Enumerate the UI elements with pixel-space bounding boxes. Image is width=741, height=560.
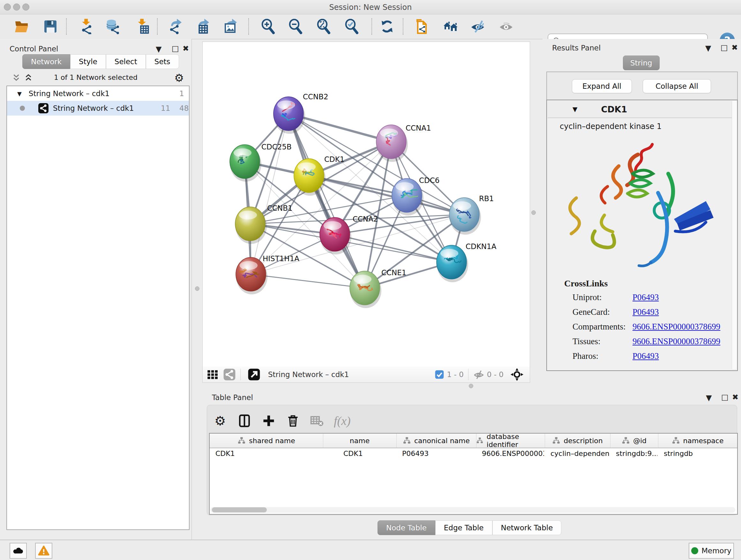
network-canvas[interactable]: CCNB2CCNA1CDC25BCDK1CDC6RB1CCNB1CCNA2CDK…: [202, 42, 530, 367]
show-graphics-details-icon[interactable]: [498, 19, 514, 34]
control-panel-close-button[interactable]: ✖: [183, 44, 189, 53]
table-header-row: shared namenamecanonical namedatabase id…: [210, 434, 737, 448]
node-label-ccnb2: CCNB2: [303, 92, 328, 101]
cloud-button[interactable]: [10, 543, 27, 559]
network-grid-view-icon[interactable]: [206, 368, 219, 381]
tab-network[interactable]: Network: [22, 54, 70, 69]
crosslink-value-link[interactable]: 9606.ENSP00000378699: [632, 336, 720, 347]
tab-edge-table[interactable]: Edge Table: [435, 520, 492, 535]
table-cell-description[interactable]: cyclin–dependent ...: [550, 449, 610, 457]
right-splitter-handle[interactable]: [531, 210, 536, 215]
table-panel-maximize-button[interactable]: □: [721, 393, 729, 401]
network-selection-status: 1 of 1 Network selected: [0, 73, 192, 81]
column-header-description[interactable]: description: [545, 434, 610, 448]
zoom-selected-icon[interactable]: [344, 19, 359, 34]
table-panel-close-button[interactable]: ✖: [732, 393, 738, 401]
left-splitter-handle[interactable]: [195, 287, 199, 291]
open-in-new-window-icon[interactable]: [248, 368, 260, 381]
zoom-fit-content-icon[interactable]: [316, 19, 331, 34]
fit-selected-crosshair-icon[interactable]: [510, 368, 524, 381]
crosslink-label: Uniprot:: [572, 293, 602, 302]
cytoscape-window: Session: New Session ? Control Panel ▼ □…: [0, 0, 741, 560]
collapse-all-button[interactable]: Collapse All: [643, 79, 711, 93]
hidden-elements-icon: [473, 369, 484, 380]
expand-all-button[interactable]: Expand All: [572, 79, 632, 93]
column-header-database-identifier[interactable]: database identifier: [476, 434, 545, 448]
network-node-ccne1[interactable]: [350, 271, 381, 308]
apply-preferred-layout-icon[interactable]: [380, 19, 395, 34]
show-columns-icon[interactable]: [238, 414, 252, 428]
import-network-from-file-icon[interactable]: [79, 19, 94, 34]
column-header-name[interactable]: name: [323, 434, 397, 448]
network-tree-row[interactable]: ▼ String Network – cdk1 1: [7, 86, 189, 101]
add-column-icon[interactable]: [262, 414, 276, 428]
selected-checkbox-icon[interactable]: [434, 369, 445, 380]
network-birdseye-icon[interactable]: [223, 368, 236, 381]
node-label-ccne1: CCNE1: [381, 268, 407, 277]
open-session-icon[interactable]: [14, 19, 29, 34]
gene-section-header[interactable]: ▼ CDK1: [548, 101, 732, 118]
save-session-icon[interactable]: [43, 19, 58, 34]
import-network-from-database-icon[interactable]: [105, 19, 121, 34]
tab-network-table[interactable]: Network Table: [492, 520, 562, 535]
new-network-from-selection-icon[interactable]: [414, 19, 430, 34]
crosslink-value-link[interactable]: P06493: [632, 351, 659, 361]
column-header-shared-name[interactable]: shared name: [210, 434, 323, 448]
export-image-icon[interactable]: [223, 19, 239, 34]
table-horizontal-scrollbar[interactable]: [210, 507, 735, 513]
tab-style[interactable]: Style: [70, 54, 106, 69]
table-cell-id[interactable]: stringdb:9...: [616, 449, 657, 457]
control-panel-maximize-button[interactable]: □: [172, 44, 179, 53]
network-node-cdc25b[interactable]: [230, 145, 261, 182]
tab-node-table[interactable]: Node Table: [378, 520, 435, 535]
table-cell-database-identifier[interactable]: 9606.ENSP00000378699: [482, 449, 544, 457]
horizontal-splitter-handle[interactable]: [469, 384, 473, 388]
import-table-from-file-icon[interactable]: [135, 19, 150, 34]
table-cell-namespace[interactable]: stringdb: [664, 449, 737, 457]
control-panel: Control Panel ▼ □ ✖ NetworkStyleSelectSe…: [0, 39, 192, 540]
table-panel-float-button[interactable]: ▼: [706, 393, 712, 402]
scrollbar-thumb[interactable]: [212, 507, 267, 512]
results-panel-close-button[interactable]: ✖: [731, 43, 738, 52]
results-panel-maximize-button[interactable]: □: [721, 43, 728, 52]
table-cell-shared-name[interactable]: CDK1: [215, 449, 322, 457]
crosslink-value-link[interactable]: 9606.ENSP00000378699: [632, 322, 720, 332]
column-header-id[interactable]: @id: [610, 434, 658, 448]
tab-sets[interactable]: Sets: [146, 54, 179, 69]
results-panel-float-button[interactable]: ▼: [705, 44, 711, 53]
tab-select[interactable]: Select: [106, 54, 146, 69]
warning-button[interactable]: [35, 543, 52, 559]
export-network-icon[interactable]: [168, 19, 184, 34]
network-node-rb1[interactable]: [449, 198, 481, 235]
memory-button[interactable]: Memory: [689, 543, 734, 559]
table-cell-canonical-name[interactable]: P06493: [402, 449, 475, 457]
tree-expander-icon[interactable]: ▼: [17, 90, 22, 97]
network-node-cdkn1a[interactable]: [436, 245, 468, 282]
crosslink-value-link[interactable]: P06493: [632, 293, 659, 302]
network-node-ccna2[interactable]: [320, 217, 351, 254]
table-cell-name[interactable]: CDK1: [343, 449, 410, 457]
column-header-namespace[interactable]: namespace: [658, 434, 738, 448]
network-tree-row[interactable]: String Network – cdk1 11 48: [7, 101, 189, 116]
network-node-ccna1[interactable]: [376, 125, 408, 162]
memory-status-dot: [691, 547, 698, 554]
collapse-triangle-icon[interactable]: ▼: [572, 105, 577, 113]
delete-column-trash-icon[interactable]: [286, 414, 300, 428]
toolbar-separator: [157, 18, 158, 35]
network-node-ccnb2[interactable]: [273, 97, 305, 134]
table-options-gear-icon[interactable]: ⚙: [213, 414, 227, 428]
hide-graphics-details-icon[interactable]: [470, 19, 485, 34]
crosslink-value-link[interactable]: P06493: [632, 307, 659, 317]
export-table-icon[interactable]: [196, 19, 211, 34]
edge-count: 48: [179, 104, 189, 112]
network-node-cdk1[interactable]: [294, 159, 326, 196]
results-buttons-box: Expand All Collapse All: [546, 71, 738, 100]
network-options-gear-icon[interactable]: ⚙: [174, 71, 184, 84]
results-scrollbar[interactable]: [732, 101, 737, 369]
zoom-in-icon[interactable]: [260, 19, 276, 34]
houses-icon[interactable]: [443, 19, 458, 34]
zoom-out-icon[interactable]: [288, 19, 303, 34]
tab-string[interactable]: String: [623, 56, 660, 70]
column-header-canonical-name[interactable]: canonical name: [396, 434, 476, 448]
control-panel-float-button[interactable]: ▼: [156, 45, 161, 54]
